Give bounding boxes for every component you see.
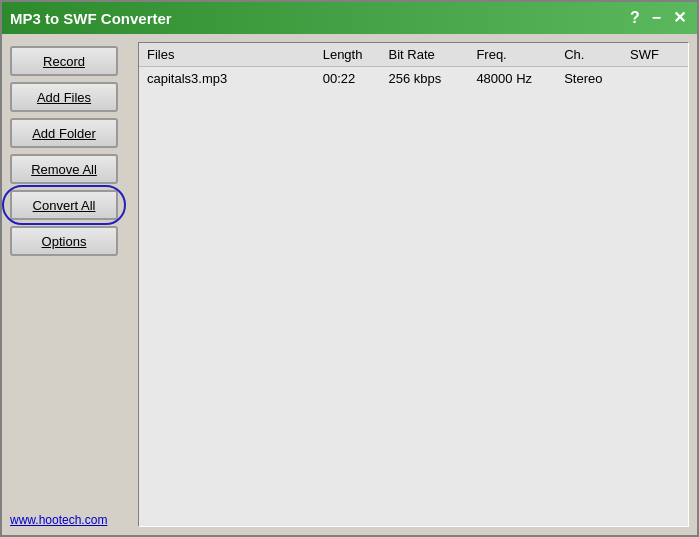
col-header-length: Length xyxy=(315,43,381,67)
sidebar-footer: www.hootech.com xyxy=(10,504,130,527)
cell-files: capitals3.mp3 xyxy=(139,67,315,90)
cell-swf xyxy=(622,67,688,90)
title-bar-controls: ? − ✕ xyxy=(627,10,689,26)
table-header-row: Files Length Bit Rate Freq. Ch. SWF xyxy=(139,43,688,67)
minimize-button[interactable]: − xyxy=(649,10,664,26)
cell-freq: 48000 Hz xyxy=(468,67,556,90)
table-row: capitals3.mp300:22256 kbps48000 HzStereo xyxy=(139,67,688,90)
file-table: Files Length Bit Rate Freq. Ch. SWF capi… xyxy=(139,43,688,89)
convert-all-button[interactable]: Convert All xyxy=(10,190,118,220)
main-window: MP3 to SWF Converter ? − ✕ Record Add Fi… xyxy=(0,0,699,537)
sidebar: Record Add Files Add Folder Remove All C… xyxy=(10,42,130,527)
help-button[interactable]: ? xyxy=(627,10,643,26)
convert-all-wrapper: Convert All xyxy=(10,190,118,220)
add-folder-button[interactable]: Add Folder xyxy=(10,118,118,148)
col-header-swf: SWF xyxy=(622,43,688,67)
add-files-button[interactable]: Add Files xyxy=(10,82,118,112)
cell-bitrate: 256 kbps xyxy=(381,67,469,90)
close-button[interactable]: ✕ xyxy=(670,10,689,26)
title-bar: MP3 to SWF Converter ? − ✕ xyxy=(2,2,697,34)
col-header-bitrate: Bit Rate xyxy=(381,43,469,67)
cell-ch: Stereo xyxy=(556,67,622,90)
col-header-ch: Ch. xyxy=(556,43,622,67)
options-button[interactable]: Options xyxy=(10,226,118,256)
window-title: MP3 to SWF Converter xyxy=(10,10,172,27)
window-body: Record Add Files Add Folder Remove All C… xyxy=(2,34,697,535)
content-area: Files Length Bit Rate Freq. Ch. SWF capi… xyxy=(138,42,689,527)
remove-all-button[interactable]: Remove All xyxy=(10,154,118,184)
col-header-freq: Freq. xyxy=(468,43,556,67)
record-button[interactable]: Record xyxy=(10,46,118,76)
col-header-files: Files xyxy=(139,43,315,67)
hootech-link[interactable]: www.hootech.com xyxy=(10,513,107,527)
cell-length: 00:22 xyxy=(315,67,381,90)
